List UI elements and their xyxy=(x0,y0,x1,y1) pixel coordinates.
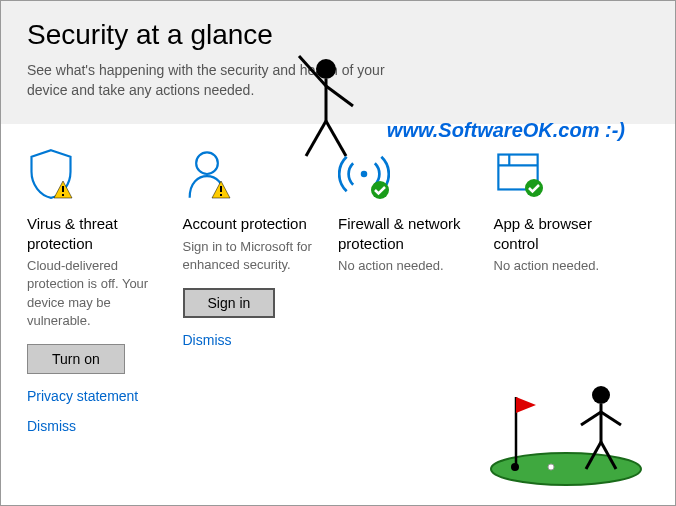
svg-point-16 xyxy=(525,179,543,197)
svg-rect-7 xyxy=(62,194,64,196)
tiles-container: Virus & threat protection Cloud-delivere… xyxy=(1,124,675,458)
svg-rect-6 xyxy=(62,186,64,192)
page-subtitle: See what's happening with the security a… xyxy=(27,61,387,100)
tile-virus-threat: Virus & threat protection Cloud-delivere… xyxy=(27,148,183,434)
svg-point-20 xyxy=(511,463,519,471)
tile-app-browser: App & browser control No action needed. xyxy=(494,148,650,434)
privacy-statement-link[interactable]: Privacy statement xyxy=(27,388,167,404)
tile-desc: Sign in to Microsoft for enhanced securi… xyxy=(183,238,323,274)
tile-desc: No action needed. xyxy=(494,257,634,275)
svg-point-21 xyxy=(548,464,554,470)
svg-point-12 xyxy=(371,181,389,199)
tile-title: Firewall & network protection xyxy=(338,214,478,253)
tile-desc: No action needed. xyxy=(338,257,478,275)
dismiss-link[interactable]: Dismiss xyxy=(183,332,323,348)
watermark-text: www.SoftwareOK.com :-) xyxy=(387,119,625,142)
header-section: Security at a glance See what's happenin… xyxy=(1,1,675,124)
svg-point-8 xyxy=(196,153,218,175)
tile-account-protection: Account protection Sign in to Microsoft … xyxy=(183,148,339,434)
tile-title: Virus & threat protection xyxy=(27,214,167,253)
dismiss-link[interactable]: Dismiss xyxy=(27,418,167,434)
shield-icon xyxy=(27,148,167,202)
tile-firewall-network: Firewall & network protection No action … xyxy=(338,148,494,434)
tile-title: App & browser control xyxy=(494,214,634,253)
account-icon xyxy=(183,148,323,202)
page-title: Security at a glance xyxy=(27,19,649,51)
browser-window-icon xyxy=(494,148,634,202)
svg-point-11 xyxy=(361,171,368,178)
tile-title: Account protection xyxy=(183,214,323,234)
turn-on-button[interactable]: Turn on xyxy=(27,344,125,374)
network-signal-icon xyxy=(338,148,478,202)
svg-rect-10 xyxy=(220,194,222,196)
tile-desc: Cloud-delivered protection is off. Your … xyxy=(27,257,167,330)
sign-in-button[interactable]: Sign in xyxy=(183,288,276,318)
svg-rect-9 xyxy=(220,186,222,192)
